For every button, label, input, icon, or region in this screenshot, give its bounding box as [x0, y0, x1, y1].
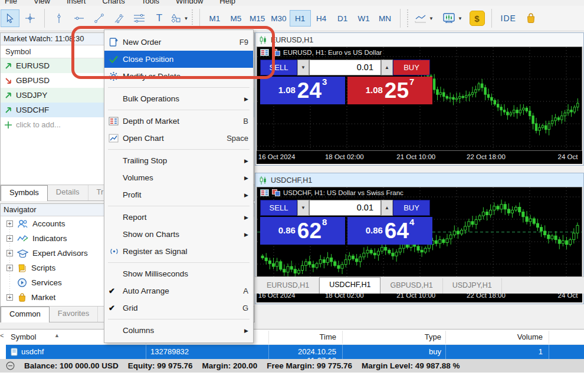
chart-tab-eurusd-h1[interactable]: EURUSD,H1 [257, 278, 319, 294]
candle-screen-icon [442, 12, 456, 24]
menu-help[interactable]: Help [219, 0, 235, 5]
timeframe-h4-button[interactable]: H4 [311, 10, 332, 27]
chart-window-titlebar[interactable]: USDCHF,H1 [255, 173, 583, 187]
services-icon [17, 278, 27, 288]
volume-input[interactable]: 0.01 [309, 60, 381, 75]
timeframe-h1-button[interactable]: H1 [290, 10, 311, 27]
symbol-name: USDJPY [16, 91, 47, 100]
timeframe-m5-button[interactable]: M5 [225, 10, 247, 27]
horizontal-line-tool-button[interactable] [70, 9, 88, 27]
trendline-tool-button[interactable] [90, 9, 109, 27]
sell-button[interactable]: SELL [260, 200, 297, 216]
menu-window[interactable]: Window [176, 0, 203, 5]
column-header-time[interactable]: Time [268, 332, 336, 341]
menu-item-grid[interactable]: ✔ GridG [104, 299, 253, 317]
ide-button[interactable]: IDE [501, 14, 516, 23]
menu-insert[interactable]: Insert [67, 0, 86, 5]
tree-expand-icon[interactable]: + [6, 265, 13, 271]
navigator-item-label: Indicators [32, 234, 67, 243]
cursor-tool-button[interactable] [1, 9, 19, 27]
menu-charts[interactable]: Charts [102, 0, 124, 5]
channel-tool-button[interactable] [110, 9, 129, 27]
menu-item-open-chart[interactable]: Open ChartSpace [104, 130, 253, 147]
timeframe-mn-button[interactable]: MN [375, 10, 396, 27]
chart-template-button[interactable]: ▼ [438, 9, 467, 27]
chart-canvas[interactable]: USDCHF, H1: US Dollar vs Swiss Franc SEL… [257, 187, 582, 289]
sell-button[interactable]: SELL [260, 60, 297, 75]
column-header-symbol[interactable]: Symbol [11, 332, 36, 341]
tree-expand-icon[interactable]: + [6, 235, 13, 242]
menu-item-close-position[interactable]: Close Position [104, 51, 253, 68]
timeframe-m15-button[interactable]: M15 [247, 10, 268, 27]
market-store-button[interactable] [521, 9, 540, 27]
timeframe-w1-button[interactable]: W1 [353, 10, 375, 27]
bid-price-block[interactable]: 0.86628 [260, 217, 345, 245]
one-click-trading-icon[interactable] [272, 189, 280, 196]
menu-item-columns[interactable]: Columns▶ [104, 322, 253, 339]
menu-item-new-order[interactable]: New OrderF9 [104, 34, 253, 51]
toolbar-separator [44, 9, 45, 28]
submenu-arrow-icon: ▶ [244, 96, 248, 102]
depth-of-market-icon[interactable] [260, 189, 269, 196]
symbol-name: GBPUSD [16, 76, 50, 85]
timeframe-d1-button[interactable]: D1 [332, 10, 353, 27]
column-header-type[interactable]: Type [342, 332, 441, 341]
timeframe-m30-button[interactable]: M30 [268, 10, 289, 27]
menu-item-show-milliseconds[interactable]: Show Milliseconds [104, 265, 253, 282]
chart-window-title: USDCHF,H1 [271, 176, 312, 185]
text-tool-button[interactable]: T [150, 9, 169, 27]
timeframe-m1-button[interactable]: M1 [204, 10, 225, 27]
toolbar-grip [191, 9, 193, 27]
crosshair-tool-button[interactable] [21, 9, 40, 27]
shapes-tool-button[interactable]: ▼ [170, 9, 189, 27]
market-watch-tab-details[interactable]: Details [48, 185, 88, 200]
chart-canvas[interactable]: EURUSD, H1: Euro vs US Dollar SELL ▼ 0.0… [257, 47, 582, 151]
volume-decrease-button[interactable]: ▼ [297, 60, 309, 75]
volume-increase-button[interactable]: ▲ [381, 60, 393, 75]
menu-file[interactable]: File [5, 0, 17, 5]
account-status-bar: Balance: 100 000.00 USD Equity: 99 975.7… [0, 359, 584, 373]
menu-tools[interactable]: Tools [142, 0, 159, 5]
tree-expand-icon[interactable]: + [6, 220, 13, 227]
menu-shortcut: Space [227, 134, 248, 143]
menu-item-depth-of-market[interactable]: Depth of MarketB [104, 113, 253, 130]
menu-item-show-on-charts[interactable]: Show on Charts▶ [104, 226, 253, 243]
tree-expand-icon[interactable]: + [6, 294, 13, 301]
chart-tab-usdjpy-h1[interactable]: USDJPY,H1 [443, 278, 502, 294]
chart-tab-gbpusd-h1[interactable]: GBPUSD,H1 [380, 278, 442, 294]
algo-trading-button[interactable]: $ [468, 9, 487, 27]
menu-item-auto-arrange[interactable]: ✔ Auto ArrangeA [104, 282, 253, 299]
volume-decrease-button[interactable]: ▼ [297, 200, 309, 216]
chart-window-titlebar[interactable]: EURUSD,H1 [255, 33, 583, 47]
volume-input[interactable]: 0.01 [309, 200, 381, 216]
menu-item-volumes[interactable]: Volumes▶ [104, 169, 253, 186]
chart-tab-usdchf-h1[interactable]: USDCHF,H1 [319, 277, 380, 294]
vertical-line-tool-button[interactable] [50, 9, 68, 27]
ask-price-block[interactable]: 1.08257 [347, 77, 432, 104]
menu-item-report[interactable]: Report▶ [104, 209, 253, 226]
fibonacci-tool-button[interactable] [130, 9, 149, 27]
trade-row[interactable]: usdchf1327898322024.10.25 11:07:12buy1 [6, 345, 584, 359]
one-click-trading-icon[interactable] [272, 49, 280, 56]
menu-item-modify-or-delete[interactable]: Modify or Delete [104, 68, 253, 85]
menu-item-trailing-stop[interactable]: Trailing Stop▶ [104, 152, 253, 169]
symbol-name: EURUSD [16, 61, 50, 70]
menu-item-bulk-operations[interactable]: Bulk Operations▶ [104, 90, 253, 107]
bid-price-block[interactable]: 1.08243 [260, 77, 345, 104]
navigator-tab-favorites[interactable]: Favorites [50, 307, 98, 322]
market-watch-tab-symbols[interactable]: Symbols [1, 185, 48, 201]
ask-price-block[interactable]: 0.86644 [347, 217, 432, 245]
indicator-list-button[interactable]: ▼ [411, 9, 437, 27]
horizontal-line-icon [74, 13, 84, 24]
depth-of-market-icon[interactable] [260, 49, 269, 56]
volume-increase-button[interactable]: ▲ [381, 200, 393, 216]
buy-button[interactable]: BUY [393, 200, 430, 216]
menu-item-register-as-signal[interactable]: Register as Signal [104, 243, 253, 260]
toolbox-collapse-arrow[interactable]: < [0, 332, 5, 339]
navigator-tab-common[interactable]: Common [1, 307, 50, 322]
buy-button[interactable]: BUY [393, 60, 430, 75]
menu-view[interactable]: View [34, 0, 50, 5]
column-header-volume[interactable]: Volume [445, 332, 543, 341]
tree-expand-icon[interactable]: + [6, 250, 13, 256]
menu-item-profit[interactable]: Profit▶ [104, 186, 253, 203]
